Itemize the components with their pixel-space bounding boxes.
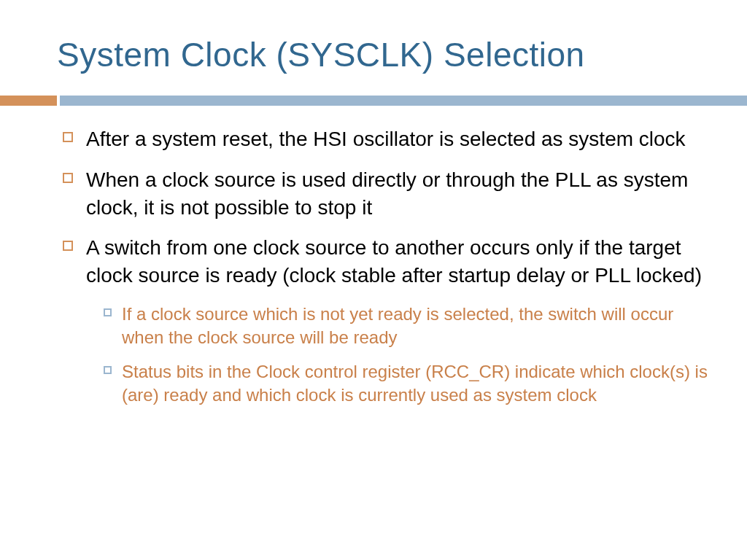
square-bullet-icon bbox=[63, 173, 73, 183]
bullet-item: After a system reset, the HSI oscillator… bbox=[63, 125, 711, 153]
square-bullet-icon bbox=[63, 132, 73, 142]
square-sub-bullet-icon bbox=[104, 366, 112, 374]
slide-title: System Clock (SYSCLK) Selection bbox=[57, 35, 585, 74]
bullet-item: When a clock source is used directly or … bbox=[63, 166, 711, 222]
divider-accent-blue bbox=[60, 96, 747, 106]
square-bullet-icon bbox=[63, 241, 73, 251]
sub-bullet-list: If a clock source which is not yet ready… bbox=[104, 303, 711, 408]
divider-accent-orange bbox=[0, 96, 57, 106]
bullet-text: A switch from one clock source to anothe… bbox=[86, 234, 711, 289]
sub-bullet-text: If a clock source which is not yet ready… bbox=[122, 303, 711, 350]
sub-bullet-item: If a clock source which is not yet ready… bbox=[104, 303, 711, 350]
sub-bullet-text: Status bits in the Clock control registe… bbox=[122, 360, 711, 408]
slide-content: After a system reset, the HSI oscillator… bbox=[63, 125, 711, 418]
sub-bullet-item: Status bits in the Clock control registe… bbox=[104, 360, 711, 408]
bullet-text: After a system reset, the HSI oscillator… bbox=[86, 125, 686, 153]
title-divider bbox=[0, 96, 747, 106]
bullet-item: A switch from one clock source to anothe… bbox=[63, 234, 711, 289]
bullet-text: When a clock source is used directly or … bbox=[86, 166, 711, 222]
square-sub-bullet-icon bbox=[104, 308, 112, 316]
